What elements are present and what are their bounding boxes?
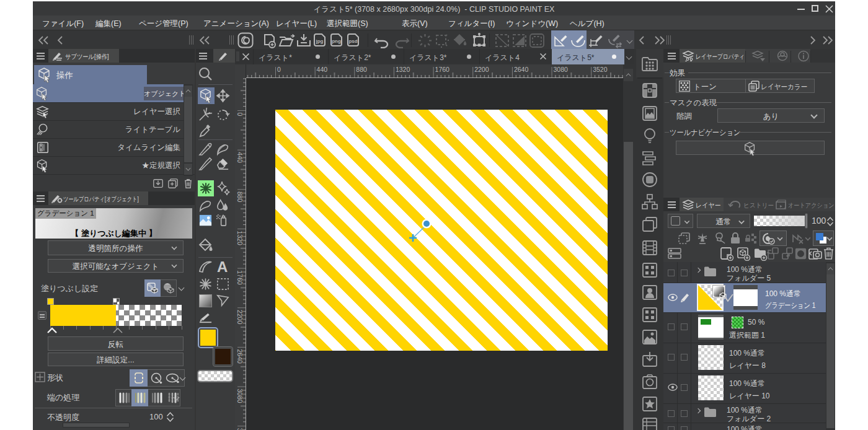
svg-text:jpg: jpg xyxy=(316,38,324,44)
svg-text:png: png xyxy=(332,38,341,44)
svg-text:880: 880 xyxy=(356,66,367,73)
svg-text:1760: 1760 xyxy=(435,66,450,73)
svg-text:3080: 3080 xyxy=(554,66,569,73)
svg-text:3080: 3080 xyxy=(236,388,244,403)
svg-text:1760: 1760 xyxy=(236,270,244,285)
svg-text:880: 880 xyxy=(236,191,244,203)
svg-text:2640: 2640 xyxy=(514,66,529,73)
svg-text:1320: 1320 xyxy=(236,231,244,246)
svg-text:1320: 1320 xyxy=(396,66,410,73)
svg-text:0: 0 xyxy=(236,113,244,116)
svg-text:psd: psd xyxy=(348,38,357,44)
svg-text:2200: 2200 xyxy=(474,66,489,73)
svg-text:2200: 2200 xyxy=(236,310,244,325)
svg-text:2640: 2640 xyxy=(236,349,244,364)
svg-text:3520: 3520 xyxy=(593,66,608,73)
svg-text:0: 0 xyxy=(277,66,281,73)
svg-text:440: 440 xyxy=(236,152,244,163)
svg-text:440: 440 xyxy=(317,66,328,73)
